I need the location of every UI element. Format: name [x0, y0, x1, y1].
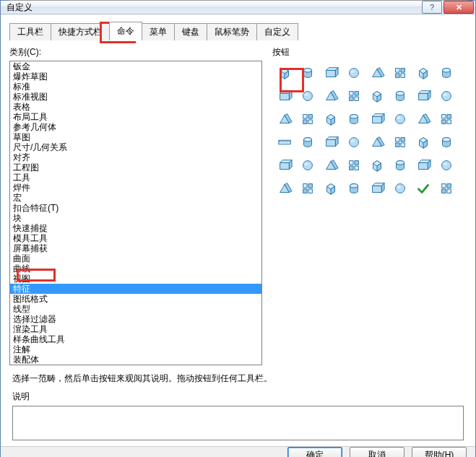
pattern-icon[interactable] [436, 131, 457, 153]
help-button-footer[interactable]: 帮助(H) [412, 447, 467, 457]
category-item[interactable]: 工具 [10, 173, 261, 183]
wedge-icon[interactable] [297, 85, 319, 107]
category-item[interactable]: 扣合特征(T) [10, 203, 261, 213]
category-item[interactable]: 模具工具 [10, 233, 261, 243]
category-item[interactable]: 表格 [10, 102, 261, 112]
sphere-icon[interactable] [274, 108, 295, 130]
box3-icon[interactable] [343, 108, 365, 130]
close-button[interactable]: ✕ [443, 1, 474, 14]
tab-3[interactable]: 菜单 [142, 23, 175, 40]
category-item[interactable]: 特征 [10, 284, 261, 294]
cubes-icon[interactable] [366, 154, 388, 176]
category-listbox[interactable]: 钣金爆炸草图标准标准视图表格布局工具参考几何体草图尺寸/几何关系对齐工程图工具焊… [9, 61, 262, 365]
cube2-icon[interactable] [436, 85, 457, 107]
category-item[interactable]: 宏 [10, 193, 261, 203]
category-item[interactable]: 标准视图 [10, 92, 261, 102]
cubes3-icon[interactable] [412, 154, 434, 176]
prism-icon[interactable] [320, 108, 342, 130]
pyramid-icon[interactable] [274, 85, 295, 107]
stairs-icon[interactable] [343, 154, 365, 176]
check-icon[interactable] [412, 178, 434, 199]
category-item[interactable]: 注解 [10, 344, 261, 354]
swirl-icon[interactable] [297, 62, 319, 84]
grid-icon[interactable] [297, 154, 319, 176]
category-item[interactable]: 布局工具 [10, 112, 261, 122]
svg-rect-63 [447, 120, 451, 124]
category-item[interactable]: 尺寸/几何关系 [10, 142, 261, 152]
ruler-icon[interactable] [274, 131, 295, 153]
ok-button[interactable]: 确定 [287, 447, 342, 457]
category-item[interactable]: 钣金 [10, 61, 261, 71]
category-item[interactable]: 块 [10, 213, 261, 223]
category-item[interactable]: 屏幕捕获 [10, 243, 261, 253]
shell-icon[interactable] [389, 62, 411, 84]
arrow-down-icon[interactable] [343, 62, 365, 84]
pattern2-icon[interactable] [389, 178, 411, 199]
svg-rect-13 [401, 69, 405, 73]
tab-1[interactable]: 快捷方式栏 [51, 23, 110, 40]
diamond-icon[interactable] [320, 178, 342, 199]
category-item[interactable]: 样条曲线工具 [10, 334, 261, 344]
hemisphere-icon[interactable] [297, 108, 319, 130]
cubewire-icon[interactable] [297, 131, 319, 153]
tab-2[interactable]: 命令 [109, 22, 142, 40]
category-item[interactable]: 焊件 [10, 183, 261, 193]
category-item[interactable]: 爆炸草图 [10, 71, 261, 82]
unfold-icon[interactable] [436, 62, 457, 84]
svg-point-9 [350, 70, 355, 73]
block-icon[interactable] [343, 85, 365, 107]
category-item[interactable]: 快速捕捉 [10, 223, 261, 233]
category-item[interactable]: 工程图 [10, 162, 261, 173]
corner2-icon[interactable] [366, 131, 388, 153]
grid-3d-icon[interactable] [436, 178, 457, 199]
svg-point-25 [304, 93, 308, 96]
category-item[interactable]: 渲染工具 [10, 324, 261, 334]
grid2-icon[interactable] [320, 154, 342, 176]
cylinder-icon[interactable] [366, 85, 388, 107]
category-item[interactable]: 装配体 [10, 354, 261, 365]
cube3-icon[interactable] [274, 178, 295, 199]
axes-icon[interactable] [436, 154, 457, 176]
light-icon[interactable] [389, 85, 411, 107]
tab-5[interactable]: 鼠标笔势 [207, 23, 257, 40]
film-icon[interactable] [389, 108, 411, 130]
svg-point-52 [350, 115, 358, 119]
help-button[interactable]: ? [422, 1, 442, 14]
svg-rect-89 [280, 162, 290, 169]
category-item[interactable]: 标准 [10, 82, 261, 92]
cubes4-icon[interactable] [366, 178, 388, 199]
category-item[interactable]: 视图 [10, 274, 261, 284]
cancel-button[interactable]: 取消 [350, 447, 404, 457]
corner-icon[interactable] [343, 131, 365, 153]
tab-0[interactable]: 工具栏 [9, 23, 51, 40]
category-item[interactable]: 线型 [10, 304, 261, 314]
splitbox-icon[interactable] [366, 108, 388, 130]
cubes2-icon[interactable] [389, 154, 411, 176]
layers-icon[interactable] [343, 178, 365, 199]
x-icon[interactable] [389, 131, 411, 153]
plane-icon[interactable] [412, 85, 434, 107]
category-item[interactable]: 图纸格式 [10, 294, 261, 304]
category-item[interactable]: 曲线 [10, 264, 261, 274]
tree-icon[interactable] [274, 154, 295, 176]
box2-icon[interactable] [320, 85, 342, 107]
category-item[interactable]: 参考几何体 [10, 122, 261, 132]
svg-rect-47 [308, 120, 313, 124]
svg-point-108 [442, 161, 451, 170]
window-icon[interactable] [412, 62, 434, 84]
svg-rect-28 [350, 92, 354, 95]
category-item[interactable]: 对齐 [10, 152, 261, 162]
box5-icon[interactable] [436, 108, 457, 130]
box4-icon[interactable] [412, 108, 434, 130]
path-icon[interactable] [297, 178, 319, 199]
cube-icon[interactable] [274, 62, 295, 84]
category-item[interactable]: 选择过滤器 [10, 314, 261, 324]
tab-4[interactable]: 键盘 [174, 23, 207, 40]
category-item[interactable]: 草图 [10, 132, 261, 142]
box6-icon[interactable] [320, 131, 342, 153]
box-icon[interactable] [366, 62, 388, 84]
category-item[interactable]: 曲面 [10, 253, 261, 264]
mirror-icon[interactable] [412, 131, 434, 153]
sweep-icon[interactable] [320, 62, 342, 84]
tab-6[interactable]: 自定义 [256, 23, 298, 40]
